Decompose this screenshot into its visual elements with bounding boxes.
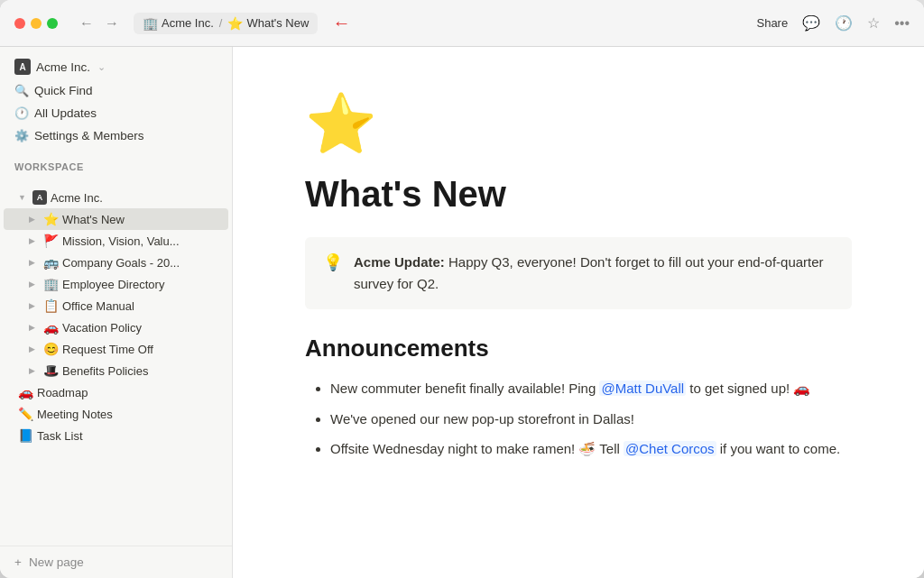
sidebar-item-request-time-off[interactable]: ▶ 😊 Request Time Off — [4, 338, 228, 360]
expand-arrow: ▶ — [29, 215, 40, 224]
sidebar-item-settings[interactable]: ⚙️ Settings & Members — [4, 124, 228, 147]
company-goals-label: Company Goals - 20... — [62, 256, 180, 270]
favorite-icon[interactable]: ☆ — [867, 14, 880, 32]
share-button[interactable]: Share — [756, 16, 788, 30]
request-off-emoji: 😊 — [43, 342, 59, 356]
benefits-emoji: 🎩 — [43, 363, 59, 378]
breadcrumb-separator: / — [219, 16, 223, 30]
page-title: What's New — [305, 172, 852, 216]
announcements-list: New commuter benefit finally available! … — [305, 377, 852, 461]
expand-arrow: ▶ — [29, 236, 40, 245]
vacation-label: Vacation Policy — [62, 321, 142, 335]
company-goals-emoji: 🚌 — [43, 255, 59, 270]
benefits-label: Benefits Policies — [62, 364, 148, 378]
announcements-heading: Announcements — [305, 335, 852, 362]
callout-prefix: Acme Update: — [354, 254, 445, 270]
comment-icon[interactable]: 💬 — [802, 14, 820, 32]
sidebar-item-quick-find[interactable]: 🔍 Quick Find — [4, 79, 228, 102]
sidebar-item-task-list[interactable]: 📘 Task List — [4, 425, 228, 446]
breadcrumb-workspace: Acme Inc. — [162, 16, 214, 30]
whats-new-emoji: ⭐ — [43, 212, 59, 226]
back-button[interactable]: ← — [76, 14, 97, 33]
sidebar-item-employee-directory[interactable]: ▶ 🏢 Employee Directory — [4, 273, 228, 295]
minimize-button[interactable] — [31, 18, 42, 29]
sidebar-item-roadmap[interactable]: 🚗 Roadmap — [4, 381, 228, 403]
expand-arrow: ▶ — [29, 301, 40, 310]
expand-arrow: ▶ — [29, 258, 40, 267]
page-emoji: ⭐ — [305, 90, 852, 158]
expand-arrow: ▼ — [18, 193, 29, 202]
sidebar-item-vacation-policy[interactable]: ▶ 🚗 Vacation Policy — [4, 317, 228, 338]
workspace-icon: 🏢 — [143, 16, 158, 31]
expand-arrow: ▶ — [29, 323, 40, 332]
expand-arrow: ▶ — [29, 280, 40, 289]
acme-logo: A — [32, 190, 47, 205]
list-item: New commuter benefit finally available! … — [330, 377, 852, 400]
history-icon[interactable]: 🕐 — [835, 14, 853, 32]
plus-icon: + — [14, 555, 22, 569]
nav-buttons: ← → — [76, 14, 123, 33]
callout-text: Acme Update: Happy Q3, everyone! Don't f… — [354, 252, 834, 295]
mission-label: Mission, Vision, Valu... — [62, 234, 180, 248]
sidebar-item-whats-new[interactable]: ▶ ⭐ What's New — [4, 208, 228, 230]
close-button[interactable] — [14, 18, 25, 29]
breadcrumb-page: What's New — [246, 16, 309, 30]
office-manual-label: Office Manual — [62, 299, 134, 313]
mention-matt: @Matt DuVall — [599, 381, 686, 396]
forward-button[interactable]: → — [101, 14, 123, 33]
workspace-logo: A — [14, 59, 31, 75]
quick-find-label: Quick Find — [34, 84, 93, 97]
meeting-notes-label: Meeting Notes — [37, 408, 113, 421]
list-item: Offsite Wednesday night to make ramen! 🍜… — [330, 437, 852, 461]
more-options-icon[interactable]: ••• — [894, 15, 910, 32]
sidebar-item-company-goals[interactable]: ▶ 🚌 Company Goals - 20... — [4, 252, 228, 273]
sidebar-item-office-manual[interactable]: ▶ 📋 Office Manual — [4, 295, 228, 317]
whats-new-label: What's New — [62, 213, 125, 226]
workspace-section-label: WORKSPACE — [0, 154, 232, 176]
roadmap-emoji: 🚗 — [18, 385, 33, 399]
roadmap-label: Roadmap — [37, 386, 88, 399]
sidebar-item-acme-inc[interactable]: ▼ A Acme Inc. — [4, 187, 228, 208]
sidebar-item-all-updates[interactable]: 🕐 All Updates — [4, 102, 228, 124]
request-off-label: Request Time Off — [62, 343, 153, 356]
breadcrumb[interactable]: 🏢 Acme Inc. / ⭐ What's New — [134, 13, 318, 34]
settings-label: Settings & Members — [34, 129, 144, 142]
clock-icon: 🕐 — [14, 106, 29, 120]
titlebar-actions: Share 💬 🕐 ☆ ••• — [756, 14, 910, 32]
sidebar: A Acme Inc. ⌄ 🔍 Quick Find 🕐 All Updates… — [0, 47, 233, 578]
app-window: ← → 🏢 Acme Inc. / ⭐ What's New ← Share 💬… — [0, 0, 924, 578]
workspace-header[interactable]: A Acme Inc. ⌄ — [4, 54, 228, 79]
mention-chet: @Chet Corcos — [624, 441, 716, 456]
sidebar-item-mission[interactable]: ▶ 🚩 Mission, Vision, Valu... — [4, 230, 228, 252]
vacation-emoji: 🚗 — [43, 320, 59, 335]
sidebar-item-benefits[interactable]: ▶ 🎩 Benefits Policies — [4, 360, 228, 381]
gear-icon: ⚙️ — [14, 129, 29, 142]
mission-emoji: 🚩 — [43, 234, 59, 248]
task-list-emoji: 📘 — [18, 428, 33, 443]
expand-arrow: ▶ — [29, 344, 40, 353]
expand-arrow: ▶ — [29, 366, 40, 375]
callout-box: 💡 Acme Update: Happy Q3, everyone! Don't… — [305, 237, 852, 309]
sidebar-tree: ▼ A Acme Inc. ▶ ⭐ What's New ▶ 🚩 Mission… — [0, 176, 232, 450]
employee-dir-label: Employee Directory — [62, 278, 164, 291]
workspace-name: Acme Inc. — [36, 60, 90, 74]
search-icon: 🔍 — [14, 84, 29, 97]
sidebar-item-meeting-notes[interactable]: ✏️ Meeting Notes — [4, 403, 228, 425]
meeting-notes-emoji: ✏️ — [18, 407, 33, 421]
page-icon: ⭐ — [227, 16, 243, 31]
new-page-label: New page — [29, 555, 84, 569]
sidebar-top-items: A Acme Inc. ⌄ 🔍 Quick Find 🕐 All Updates… — [0, 47, 232, 154]
list-item: We've opened our new pop-up storefront i… — [330, 408, 852, 431]
office-manual-emoji: 📋 — [43, 298, 59, 313]
content-area: ⭐ What's New 💡 Acme Update: Happy Q3, ev… — [233, 47, 924, 578]
all-updates-label: All Updates — [34, 106, 97, 120]
traffic-lights — [14, 18, 58, 29]
new-page-button[interactable]: + New page — [0, 546, 232, 578]
main-content: A Acme Inc. ⌄ 🔍 Quick Find 🕐 All Updates… — [0, 47, 924, 578]
employee-dir-emoji: 🏢 — [43, 277, 59, 291]
task-list-label: Task List — [37, 429, 83, 443]
maximize-button[interactable] — [47, 18, 58, 29]
acme-label: Acme Inc. — [51, 191, 103, 205]
red-arrow-indicator: ← — [332, 13, 350, 33]
titlebar: ← → 🏢 Acme Inc. / ⭐ What's New ← Share 💬… — [0, 0, 924, 47]
